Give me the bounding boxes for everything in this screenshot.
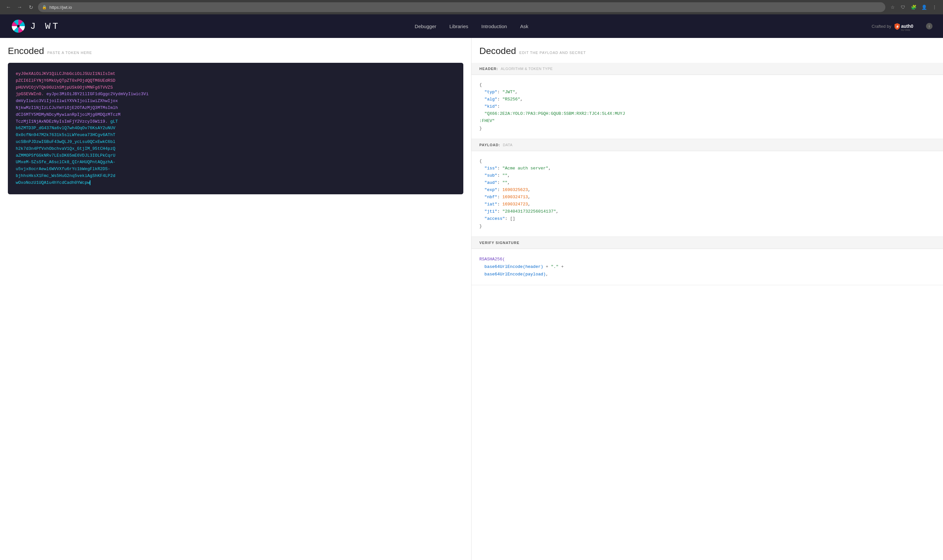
payload-label: PAYLOAD: [479, 143, 500, 147]
url-text: https://jwt.io [49, 5, 72, 10]
address-bar[interactable]: 🔒 https://jwt.io [38, 2, 885, 12]
profile-button[interactable]: 👤 [920, 3, 929, 12]
browser-nav-buttons: ← → ↻ [4, 3, 35, 12]
verify-section-header: VERIFY SIGNATURE [471, 237, 943, 249]
info-button[interactable]: i [926, 23, 932, 29]
encoded-panel-title: Encoded PASTE A TOKEN HERE [8, 46, 463, 56]
crafted-by-area: Crafted by auth0 by Okta i [872, 21, 932, 31]
nav-ask[interactable]: Ask [520, 23, 528, 29]
crafted-by-text: Crafted by [872, 24, 891, 29]
svg-text:auth0: auth0 [901, 23, 914, 29]
back-button[interactable]: ← [4, 3, 13, 12]
browser-chrome: ← → ↻ 🔒 https://jwt.io ☆ 🛡 🧩 👤 ⋮ [0, 0, 943, 14]
nav-links: Debugger Libraries Introduction Ask [415, 23, 528, 29]
svg-text:by Okta: by Okta [901, 28, 910, 31]
verify-label: VERIFY SIGNATURE [479, 241, 520, 245]
app-nav: J WT Debugger Libraries Introduction Ask… [0, 14, 943, 38]
verify-content: RSASHA256( base64UrlEncode(header) + "."… [471, 249, 943, 285]
header-label: HEADER: [479, 67, 498, 71]
menu-button[interactable]: ⋮ [930, 3, 939, 12]
verify-line1: base64UrlEncode(header) [485, 264, 543, 269]
refresh-button[interactable]: ↻ [26, 3, 35, 12]
decoded-title-sub: EDIT THE PAYLOAD AND SECRET [519, 51, 586, 55]
main-content: Encoded PASTE A TOKEN HERE eyJ0eXAiOiJKV… [0, 38, 943, 560]
nav-debugger[interactable]: Debugger [415, 23, 437, 29]
shield-action-button[interactable]: 🛡 [898, 3, 908, 12]
payload-content[interactable]: { "iss": "Acme auth server", "sub": "", … [471, 151, 943, 237]
auth0-logo-svg: auth0 by Okta [894, 21, 923, 31]
header-content[interactable]: { "typ": "JWT", "alg": "RS256", "kid": "… [471, 75, 943, 139]
logo-area: J WT [11, 18, 60, 34]
extensions-button[interactable]: 🧩 [909, 3, 918, 12]
token-signature: gLT b6ZMTD3P_dG437Na6vlQ7wh4OqOv76KsAY2u… [16, 119, 118, 185]
payload-section-header: PAYLOAD: DATA [471, 139, 943, 151]
header-sublabel: ALGORITHM & TOKEN TYPE [501, 67, 553, 71]
verify-line2: base64UrlEncode(payload) [485, 272, 546, 277]
shield-icon: 🔒 [42, 5, 47, 9]
token-display[interactable]: eyJ0eXAiOiJKV1QiLCJhbGciOiJSUzI1NiIsImt … [8, 63, 463, 194]
auth0-logo: auth0 by Okta [894, 21, 923, 31]
svg-point-1 [17, 25, 20, 28]
forward-button[interactable]: → [15, 3, 24, 12]
decoded-payload-section: PAYLOAD: DATA { "iss": "Acme auth server… [471, 139, 943, 237]
decoded-header-section: HEADER: ALGORITHM & TOKEN TYPE { "typ": … [471, 63, 943, 139]
browser-actions: ☆ 🛡 🧩 👤 ⋮ [888, 3, 939, 12]
decoded-panel: Decoded EDIT THE PAYLOAD AND SECRET HEAD… [471, 38, 943, 560]
decoded-panel-title: Decoded EDIT THE PAYLOAD AND SECRET [471, 38, 943, 56]
decoded-title-main: Decoded [479, 46, 516, 56]
star-button[interactable]: ☆ [888, 3, 897, 12]
verify-signature-section: VERIFY SIGNATURE RSASHA256( base64UrlEnc… [471, 237, 943, 285]
nav-libraries[interactable]: Libraries [449, 23, 468, 29]
verify-fn-name: RSASHA256( [479, 257, 505, 262]
payload-sublabel: DATA [503, 143, 513, 147]
header-section-header: HEADER: ALGORITHM & TOKEN TYPE [471, 63, 943, 75]
nav-introduction[interactable]: Introduction [482, 23, 507, 29]
logo-text: J WT [30, 21, 60, 31]
encoded-panel: Encoded PASTE A TOKEN HERE eyJ0eXAiOiJKV… [0, 38, 471, 560]
encoded-title-sub: PASTE A TOKEN HERE [48, 51, 92, 55]
encoded-title-main: Encoded [8, 46, 44, 56]
jwt-logo-icon [11, 18, 26, 34]
